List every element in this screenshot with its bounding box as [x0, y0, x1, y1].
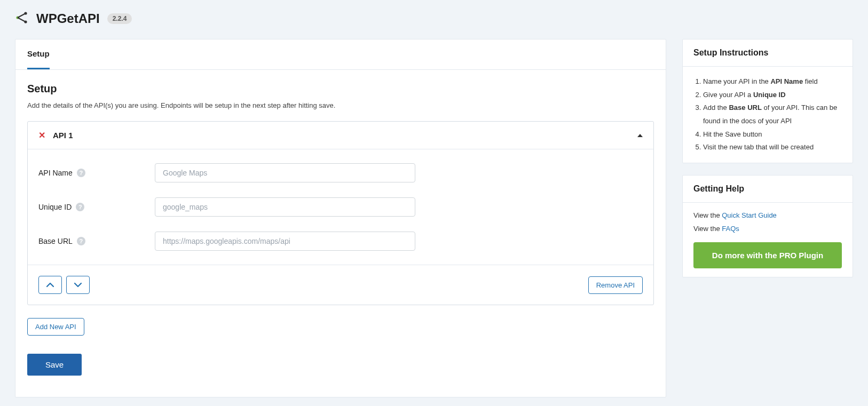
move-up-button[interactable] — [38, 276, 62, 294]
version-badge: 2.2.4 — [107, 13, 132, 24]
help-title: Getting Help — [683, 176, 853, 203]
section-description: Add the details of the API(s) you are us… — [27, 101, 654, 109]
chevron-up-icon — [46, 280, 54, 290]
help-card: Getting Help View the Quick Start Guide … — [682, 175, 853, 277]
section-title: Setup — [27, 83, 654, 95]
save-button[interactable]: Save — [27, 354, 82, 376]
faqs-link[interactable]: FAQs — [722, 225, 739, 233]
help-icon[interactable]: ? — [77, 169, 85, 177]
tabs-bar: Setup — [15, 39, 666, 70]
add-new-api-button[interactable]: Add New API — [27, 318, 84, 336]
instruction-item: Visit the new tab that will be created — [703, 141, 842, 154]
instructions-card: Setup Instructions Name your API in the … — [682, 39, 853, 163]
brand-title: WPGetAPI — [36, 11, 100, 26]
instruction-item: Give your API a Unique ID — [703, 89, 842, 102]
close-icon[interactable]: ✕ — [38, 130, 45, 140]
quick-start-link[interactable]: Quick Start Guide — [722, 211, 777, 219]
pro-plugin-button[interactable]: Do more with the PRO Plugin — [693, 242, 842, 268]
help-icon[interactable]: ? — [76, 203, 84, 211]
remove-api-button[interactable]: Remove API — [588, 276, 643, 294]
instructions-list: Name your API in the API Name field Give… — [693, 75, 842, 154]
api-name-label: API Name — [38, 169, 73, 177]
api-card-header[interactable]: ✕ API 1 — [28, 122, 653, 149]
logo-icon — [15, 11, 29, 26]
tab-setup[interactable]: Setup — [27, 39, 50, 69]
api-card-title: API 1 — [53, 131, 73, 140]
instructions-title: Setup Instructions — [683, 39, 853, 67]
instruction-item: Hit the Save button — [703, 128, 842, 141]
api-card: ✕ API 1 API Name ? — [27, 121, 654, 305]
page-header: WPGetAPI 2.2.4 — [15, 5, 853, 39]
move-down-button[interactable] — [66, 276, 90, 294]
base-url-input[interactable] — [155, 232, 415, 251]
caret-up-icon[interactable] — [637, 134, 643, 137]
help-line-faqs: View the FAQs — [693, 225, 842, 233]
help-icon[interactable]: ? — [77, 237, 85, 245]
svg-line-3 — [18, 13, 26, 18]
base-url-label: Base URL — [38, 237, 73, 245]
help-line-quickstart: View the Quick Start Guide — [693, 211, 842, 219]
svg-line-4 — [18, 18, 26, 22]
main-panel: Setup Setup Add the details of the API(s… — [15, 39, 666, 397]
chevron-down-icon — [74, 280, 82, 290]
instruction-item: Add the Base URL of your API. This can b… — [703, 101, 842, 128]
unique-id-label: Unique ID — [38, 203, 72, 211]
unique-id-input[interactable] — [155, 197, 415, 217]
api-name-input[interactable] — [155, 163, 415, 182]
instruction-item: Name your API in the API Name field — [703, 75, 842, 89]
